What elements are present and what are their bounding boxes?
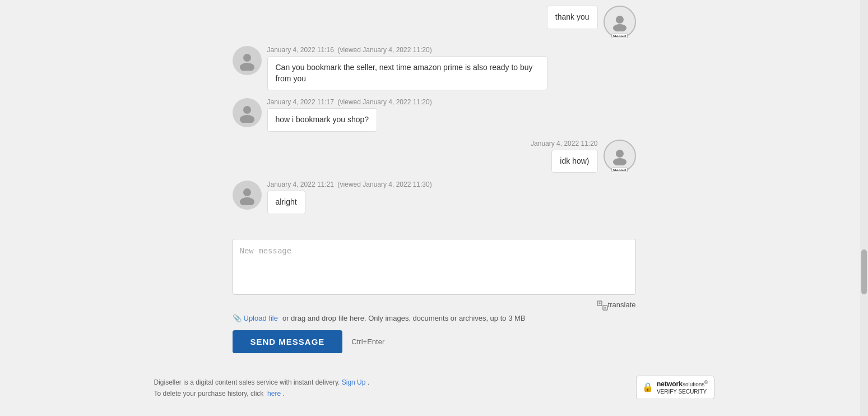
compose-area: translate 📎 Upload file or drag and drop… [233, 239, 636, 353]
scrollbar-thumb[interactable] [861, 249, 867, 294]
message-content-how-bookmark: January 4, 2022 11:17 (viewed January 4,… [267, 98, 432, 132]
svg-point-8 [243, 188, 251, 196]
send-row: SEND MESSAGE Ctrl+Enter [233, 330, 636, 353]
translate-svg-icon [597, 301, 608, 311]
message-bubble-alright: alright [267, 191, 305, 214]
here-link[interactable]: here [267, 390, 282, 397]
upload-file-link[interactable]: 📎 Upload file [233, 314, 278, 322]
buyer-avatar-how-bookmark [233, 98, 262, 127]
svg-point-4 [243, 106, 251, 114]
here-label: here [267, 390, 281, 397]
svg-point-1 [613, 24, 626, 31]
message-text-bookmark: Can you bookmark the seller, next time a… [276, 63, 533, 83]
message-content-idk: January 4, 2022 11:20 idk how) [531, 140, 597, 173]
footer-line2: To delete your purchase history, click h… [154, 389, 370, 399]
footer-text: Digiseller is a digital content sales se… [154, 377, 370, 399]
message-bubble-idk: idk how) [551, 150, 597, 173]
footer-line1: Digiseller is a digital content sales se… [154, 377, 370, 388]
seller-avatar-idk: SELLER [604, 140, 636, 172]
network-verify-text: VERIFY SECURITY [657, 389, 708, 395]
network-solutions-badge: 🔒 networksolutions® VERIFY SECURITY [636, 376, 714, 399]
message-text-alright: alright [276, 197, 297, 206]
translate-link[interactable]: translate [608, 301, 636, 311]
message-bubble-thank-you: thank you [547, 6, 598, 29]
svg-point-2 [243, 54, 251, 62]
network-brand-text: network [657, 380, 683, 388]
upload-link-label: Upload file [244, 314, 278, 322]
message-row-idk: SELLER January 4, 2022 11:20 idk how) [233, 140, 636, 173]
message-row-alright: January 4, 2022 11:21 (viewed January 4,… [233, 181, 636, 214]
svg-point-0 [616, 16, 624, 24]
timestamp-text-bookmark: January 4, 2022 11:16 [267, 46, 334, 54]
message-row-bookmark: January 4, 2022 11:16 (viewed January 4,… [233, 46, 636, 90]
viewed-text-alright: (viewed January 4, 2022 11:30) [338, 181, 432, 188]
svg-point-3 [240, 63, 254, 71]
timestamp-text-how-bookmark: January 4, 2022 11:17 [267, 98, 334, 106]
sign-up-link[interactable]: Sign Up [342, 378, 368, 386]
network-brand: networksolutions® [657, 380, 708, 389]
lock-icon: 🔒 [642, 382, 653, 392]
translate-row: translate [233, 297, 636, 314]
network-solutions-text: networksolutions® VERIFY SECURITY [657, 380, 708, 395]
message-content-bookmark: January 4, 2022 11:16 (viewed January 4,… [267, 46, 547, 90]
svg-point-5 [240, 115, 254, 123]
message-content-thank-you: thank you [547, 6, 598, 29]
svg-point-7 [613, 158, 626, 165]
svg-point-6 [616, 150, 624, 158]
buyer-avatar-alright [233, 181, 262, 210]
footer-text-before-link: Digiseller is a digital content sales se… [154, 378, 340, 386]
network-superscript: ® [704, 380, 708, 385]
seller-badge-idk: SELLER [611, 168, 628, 172]
paperclip-icon: 📎 [233, 314, 242, 322]
message-text-thank-you: thank you [555, 12, 590, 21]
message-bubble-bookmark: Can you bookmark the seller, next time a… [267, 56, 547, 90]
seller-badge-label: SELLER [611, 34, 628, 38]
svg-point-9 [240, 197, 254, 205]
timestamp-text-alright: January 4, 2022 11:21 [267, 181, 334, 188]
upload-row: 📎 Upload file or drag and drop file here… [233, 314, 636, 322]
message-text-idk: idk how) [560, 156, 589, 165]
message-row-thank-you: SELLER thank you [233, 6, 636, 38]
message-bubble-how-bookmark: how i bookmark you shop? [267, 108, 378, 132]
message-content-alright: January 4, 2022 11:21 (viewed January 4,… [267, 181, 432, 214]
upload-hint-text: or drag and drop file here. Only images,… [282, 314, 526, 322]
message-timestamp-how-bookmark: January 4, 2022 11:17 (viewed January 4,… [267, 98, 432, 106]
send-button-label: SEND MESSAGE [250, 337, 325, 346]
sign-up-label: Sign Up [342, 378, 366, 386]
message-text-how-bookmark: how i bookmark you shop? [276, 115, 369, 124]
footer: Digiseller is a digital content sales se… [154, 364, 714, 405]
timestamp-text-idk: January 4, 2022 11:20 [531, 140, 597, 147]
network-brand2-text: solutions [683, 381, 704, 387]
message-row-how-bookmark: January 4, 2022 11:17 (viewed January 4,… [233, 98, 636, 132]
viewed-text-how-bookmark: (viewed January 4, 2022 11:20) [338, 98, 432, 106]
send-message-button[interactable]: SEND MESSAGE [233, 330, 343, 353]
message-timestamp-bookmark: January 4, 2022 11:16 (viewed January 4,… [267, 46, 432, 54]
scrollbar-area[interactable] [860, 0, 868, 416]
footer-delete-text: To delete your purchase history, click [154, 390, 264, 397]
footer-text-after-link: . [368, 378, 369, 386]
keyboard-hint: Ctrl+Enter [351, 338, 384, 346]
seller-avatar: SELLER [604, 6, 636, 38]
message-timestamp-idk: January 4, 2022 11:20 [531, 140, 597, 147]
buyer-avatar-bookmark [233, 46, 262, 75]
translate-icon [597, 301, 608, 311]
new-message-input[interactable] [233, 239, 636, 295]
message-timestamp-alright: January 4, 2022 11:21 (viewed January 4,… [267, 181, 432, 188]
viewed-text-bookmark: (viewed January 4, 2022 11:20) [338, 46, 432, 54]
